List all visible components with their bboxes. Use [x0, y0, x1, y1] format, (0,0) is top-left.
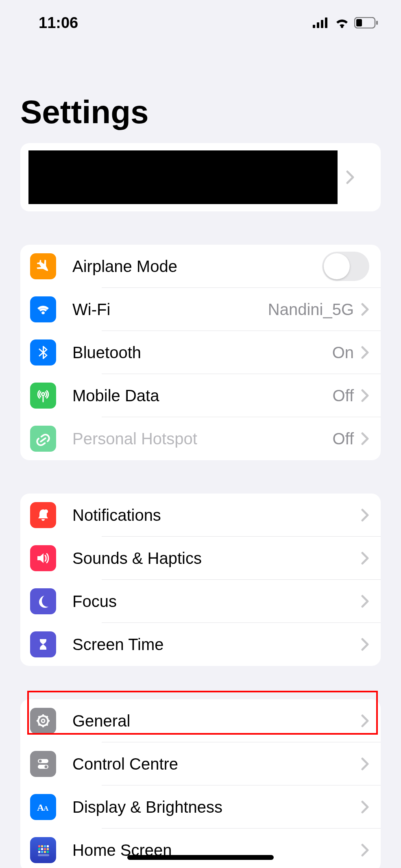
chevron-right-icon	[361, 714, 369, 727]
svg-rect-32	[47, 848, 49, 850]
page-title: Settings	[0, 37, 401, 143]
toggles-icon	[30, 751, 56, 777]
home-indicator[interactable]	[127, 855, 274, 860]
svg-rect-7	[376, 21, 378, 25]
settings-group-device: General Control Centre AA Display & Brig…	[20, 699, 381, 868]
chevron-right-icon	[361, 303, 369, 316]
hotspot-icon	[30, 426, 56, 452]
chevron-right-icon	[361, 844, 369, 857]
row-label: Personal Hotspot	[72, 430, 332, 448]
svg-rect-2	[321, 20, 323, 28]
settings-group-alerts: Notifications Sounds & Haptics Focus Scr…	[20, 494, 381, 666]
svg-rect-37	[38, 854, 49, 856]
wifi-icon	[334, 17, 350, 28]
svg-rect-25	[38, 845, 40, 847]
account-row[interactable]	[20, 143, 381, 211]
chevron-right-icon	[361, 595, 369, 608]
chevron-right-icon	[361, 757, 369, 770]
row-value: Nandini_5G	[268, 300, 354, 319]
speaker-icon	[30, 545, 56, 571]
svg-text:A: A	[44, 805, 49, 812]
chevron-right-icon	[361, 346, 369, 359]
chevron-right-icon	[361, 552, 369, 565]
row-label: Screen Time	[72, 635, 361, 654]
svg-point-9	[38, 716, 48, 726]
svg-point-20	[39, 760, 42, 763]
row-label: General	[72, 712, 361, 730]
chevron-right-icon	[361, 389, 369, 402]
svg-point-10	[41, 719, 45, 722]
row-mobile-data[interactable]: Mobile Data Off	[20, 374, 381, 417]
row-control-centre[interactable]: Control Centre	[20, 742, 381, 785]
svg-rect-31	[44, 848, 46, 850]
row-general[interactable]: General	[20, 699, 381, 742]
svg-point-4	[341, 26, 343, 28]
row-sounds-haptics[interactable]: Sounds & Haptics	[20, 537, 381, 580]
row-airplane-mode[interactable]: Airplane Mode	[20, 245, 381, 288]
row-personal-hotspot[interactable]: Personal Hotspot Off	[20, 417, 381, 460]
row-label: Control Centre	[72, 755, 361, 773]
svg-rect-29	[38, 848, 40, 850]
moon-icon	[30, 588, 56, 614]
svg-line-17	[39, 724, 40, 726]
svg-rect-34	[41, 851, 43, 853]
row-wifi[interactable]: Wi-Fi Nandini_5G	[20, 288, 381, 331]
row-notifications[interactable]: Notifications	[20, 494, 381, 537]
svg-rect-35	[44, 851, 46, 853]
chevron-right-icon	[361, 638, 369, 651]
airplane-toggle[interactable]	[322, 252, 369, 281]
svg-rect-30	[41, 848, 43, 850]
row-home-screen[interactable]: Home Screen	[20, 829, 381, 868]
svg-rect-27	[44, 845, 46, 847]
row-label: Display & Brightness	[72, 798, 361, 816]
row-label: Notifications	[72, 506, 361, 524]
row-value: Off	[332, 387, 354, 405]
svg-rect-33	[38, 851, 40, 853]
row-display-brightness[interactable]: AA Display & Brightness	[20, 785, 381, 829]
svg-rect-28	[47, 845, 49, 847]
svg-line-15	[39, 716, 40, 718]
antenna-icon	[30, 383, 56, 409]
svg-rect-0	[313, 25, 315, 28]
status-icons	[313, 17, 379, 28]
text-size-icon: AA	[30, 794, 56, 820]
chevron-right-icon	[361, 432, 369, 445]
bell-icon	[30, 502, 56, 528]
row-label: Wi-Fi	[72, 300, 268, 319]
chevron-right-icon	[361, 509, 369, 522]
row-label: Airplane Mode	[72, 257, 322, 276]
svg-rect-36	[47, 851, 49, 853]
svg-point-8	[44, 509, 48, 513]
svg-rect-26	[41, 845, 43, 847]
row-label: Sounds & Haptics	[72, 549, 361, 568]
wifi-icon	[30, 296, 56, 322]
row-focus[interactable]: Focus	[20, 580, 381, 623]
chevron-right-icon	[346, 170, 355, 185]
home-grid-icon	[30, 837, 56, 863]
redacted-account-block	[28, 150, 338, 204]
row-label: Mobile Data	[72, 387, 332, 405]
row-label: Bluetooth	[72, 344, 332, 362]
row-screen-time[interactable]: Screen Time	[20, 623, 381, 666]
row-value: On	[332, 344, 354, 362]
svg-point-22	[45, 766, 48, 768]
svg-rect-6	[356, 19, 362, 26]
row-value: Off	[332, 430, 354, 448]
svg-rect-3	[325, 17, 327, 28]
svg-line-18	[47, 716, 48, 718]
row-label: Focus	[72, 592, 361, 611]
svg-rect-1	[317, 22, 319, 28]
hourglass-icon	[30, 631, 56, 657]
battery-icon	[354, 17, 379, 28]
bluetooth-icon	[30, 339, 56, 365]
airplane-icon	[30, 253, 56, 279]
row-bluetooth[interactable]: Bluetooth On	[20, 331, 381, 374]
cellular-signal-icon	[313, 17, 330, 28]
status-time: 11:06	[39, 14, 78, 32]
gear-icon	[30, 708, 56, 734]
status-bar: 11:06	[0, 0, 401, 37]
svg-line-16	[47, 724, 48, 726]
settings-group-connectivity: Airplane Mode Wi-Fi Nandini_5G Bluetooth…	[20, 245, 381, 460]
chevron-right-icon	[361, 801, 369, 814]
